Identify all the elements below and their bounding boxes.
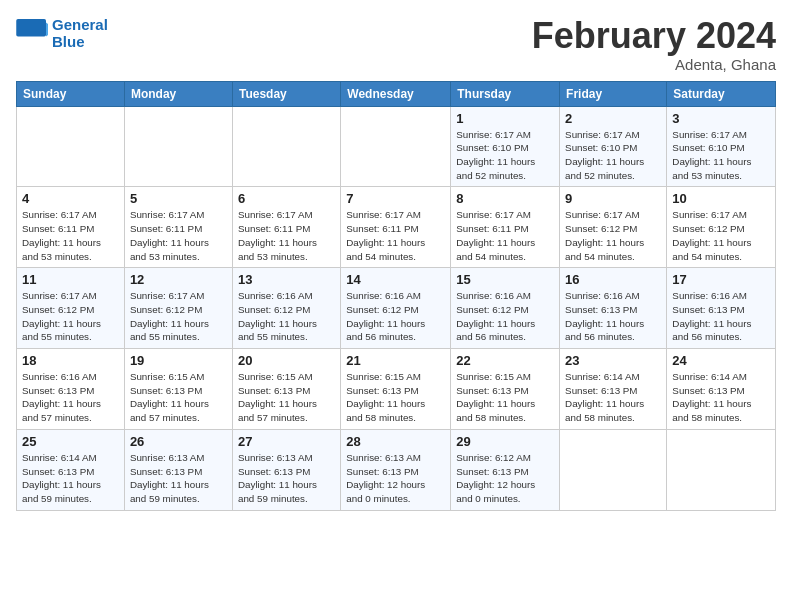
day-number: 21 bbox=[346, 353, 445, 368]
day-info: Sunrise: 6:16 AM Sunset: 6:13 PM Dayligh… bbox=[565, 289, 661, 344]
day-info: Sunrise: 6:14 AM Sunset: 6:13 PM Dayligh… bbox=[22, 451, 119, 506]
calendar-cell: 17Sunrise: 6:16 AM Sunset: 6:13 PM Dayli… bbox=[667, 268, 776, 349]
day-header-tuesday: Tuesday bbox=[232, 81, 340, 106]
calendar-cell: 25Sunrise: 6:14 AM Sunset: 6:13 PM Dayli… bbox=[17, 429, 125, 510]
day-number: 29 bbox=[456, 434, 554, 449]
calendar-cell: 9Sunrise: 6:17 AM Sunset: 6:12 PM Daylig… bbox=[560, 187, 667, 268]
day-number: 23 bbox=[565, 353, 661, 368]
calendar-cell: 1Sunrise: 6:17 AM Sunset: 6:10 PM Daylig… bbox=[451, 106, 560, 187]
day-header-saturday: Saturday bbox=[667, 81, 776, 106]
day-info: Sunrise: 6:16 AM Sunset: 6:13 PM Dayligh… bbox=[22, 370, 119, 425]
day-info: Sunrise: 6:17 AM Sunset: 6:12 PM Dayligh… bbox=[565, 208, 661, 263]
day-info: Sunrise: 6:13 AM Sunset: 6:13 PM Dayligh… bbox=[130, 451, 227, 506]
day-number: 4 bbox=[22, 191, 119, 206]
day-number: 28 bbox=[346, 434, 445, 449]
calendar-cell bbox=[341, 106, 451, 187]
calendar-cell: 5Sunrise: 6:17 AM Sunset: 6:11 PM Daylig… bbox=[124, 187, 232, 268]
calendar-cell bbox=[560, 429, 667, 510]
day-number: 19 bbox=[130, 353, 227, 368]
calendar-cell: 3Sunrise: 6:17 AM Sunset: 6:10 PM Daylig… bbox=[667, 106, 776, 187]
month-title: February 2024 bbox=[532, 16, 776, 56]
day-number: 27 bbox=[238, 434, 335, 449]
calendar-cell: 16Sunrise: 6:16 AM Sunset: 6:13 PM Dayli… bbox=[560, 268, 667, 349]
calendar-cell: 4Sunrise: 6:17 AM Sunset: 6:11 PM Daylig… bbox=[17, 187, 125, 268]
calendar-cell: 22Sunrise: 6:15 AM Sunset: 6:13 PM Dayli… bbox=[451, 349, 560, 430]
day-info: Sunrise: 6:14 AM Sunset: 6:13 PM Dayligh… bbox=[672, 370, 770, 425]
day-info: Sunrise: 6:17 AM Sunset: 6:12 PM Dayligh… bbox=[130, 289, 227, 344]
day-info: Sunrise: 6:15 AM Sunset: 6:13 PM Dayligh… bbox=[238, 370, 335, 425]
header-row: SundayMondayTuesdayWednesdayThursdayFrid… bbox=[17, 81, 776, 106]
day-header-sunday: Sunday bbox=[17, 81, 125, 106]
day-header-wednesday: Wednesday bbox=[341, 81, 451, 106]
week-row-1: 1Sunrise: 6:17 AM Sunset: 6:10 PM Daylig… bbox=[17, 106, 776, 187]
day-info: Sunrise: 6:15 AM Sunset: 6:13 PM Dayligh… bbox=[130, 370, 227, 425]
calendar-cell bbox=[667, 429, 776, 510]
day-number: 1 bbox=[456, 111, 554, 126]
calendar-cell: 8Sunrise: 6:17 AM Sunset: 6:11 PM Daylig… bbox=[451, 187, 560, 268]
day-info: Sunrise: 6:14 AM Sunset: 6:13 PM Dayligh… bbox=[565, 370, 661, 425]
day-header-friday: Friday bbox=[560, 81, 667, 106]
calendar-cell: 2Sunrise: 6:17 AM Sunset: 6:10 PM Daylig… bbox=[560, 106, 667, 187]
day-info: Sunrise: 6:17 AM Sunset: 6:12 PM Dayligh… bbox=[22, 289, 119, 344]
week-row-5: 25Sunrise: 6:14 AM Sunset: 6:13 PM Dayli… bbox=[17, 429, 776, 510]
day-info: Sunrise: 6:15 AM Sunset: 6:13 PM Dayligh… bbox=[456, 370, 554, 425]
day-number: 10 bbox=[672, 191, 770, 206]
day-number: 20 bbox=[238, 353, 335, 368]
day-header-thursday: Thursday bbox=[451, 81, 560, 106]
day-number: 3 bbox=[672, 111, 770, 126]
day-info: Sunrise: 6:17 AM Sunset: 6:11 PM Dayligh… bbox=[238, 208, 335, 263]
day-info: Sunrise: 6:16 AM Sunset: 6:12 PM Dayligh… bbox=[456, 289, 554, 344]
day-header-monday: Monday bbox=[124, 81, 232, 106]
day-number: 25 bbox=[22, 434, 119, 449]
calendar-cell: 12Sunrise: 6:17 AM Sunset: 6:12 PM Dayli… bbox=[124, 268, 232, 349]
day-number: 14 bbox=[346, 272, 445, 287]
logo: General Blue bbox=[16, 16, 108, 50]
calendar-cell bbox=[17, 106, 125, 187]
day-number: 7 bbox=[346, 191, 445, 206]
calendar-cell bbox=[124, 106, 232, 187]
calendar-cell: 29Sunrise: 6:12 AM Sunset: 6:13 PM Dayli… bbox=[451, 429, 560, 510]
day-info: Sunrise: 6:17 AM Sunset: 6:10 PM Dayligh… bbox=[672, 128, 770, 183]
calendar-cell bbox=[232, 106, 340, 187]
svg-marker-1 bbox=[46, 23, 48, 37]
calendar-cell: 13Sunrise: 6:16 AM Sunset: 6:12 PM Dayli… bbox=[232, 268, 340, 349]
calendar-cell: 18Sunrise: 6:16 AM Sunset: 6:13 PM Dayli… bbox=[17, 349, 125, 430]
calendar-table: SundayMondayTuesdayWednesdayThursdayFrid… bbox=[16, 81, 776, 511]
day-info: Sunrise: 6:12 AM Sunset: 6:13 PM Dayligh… bbox=[456, 451, 554, 506]
day-info: Sunrise: 6:17 AM Sunset: 6:11 PM Dayligh… bbox=[130, 208, 227, 263]
day-number: 13 bbox=[238, 272, 335, 287]
calendar-cell: 6Sunrise: 6:17 AM Sunset: 6:11 PM Daylig… bbox=[232, 187, 340, 268]
day-number: 11 bbox=[22, 272, 119, 287]
day-number: 9 bbox=[565, 191, 661, 206]
page-header: General Blue February 2024 Adenta, Ghana bbox=[16, 16, 776, 73]
day-number: 15 bbox=[456, 272, 554, 287]
week-row-3: 11Sunrise: 6:17 AM Sunset: 6:12 PM Dayli… bbox=[17, 268, 776, 349]
calendar-cell: 19Sunrise: 6:15 AM Sunset: 6:13 PM Dayli… bbox=[124, 349, 232, 430]
logo-icon bbox=[16, 19, 48, 47]
calendar-cell: 11Sunrise: 6:17 AM Sunset: 6:12 PM Dayli… bbox=[17, 268, 125, 349]
calendar-cell: 15Sunrise: 6:16 AM Sunset: 6:12 PM Dayli… bbox=[451, 268, 560, 349]
day-info: Sunrise: 6:15 AM Sunset: 6:13 PM Dayligh… bbox=[346, 370, 445, 425]
calendar-body: 1Sunrise: 6:17 AM Sunset: 6:10 PM Daylig… bbox=[17, 106, 776, 510]
day-info: Sunrise: 6:16 AM Sunset: 6:12 PM Dayligh… bbox=[238, 289, 335, 344]
calendar-cell: 26Sunrise: 6:13 AM Sunset: 6:13 PM Dayli… bbox=[124, 429, 232, 510]
title-block: February 2024 Adenta, Ghana bbox=[532, 16, 776, 73]
day-number: 8 bbox=[456, 191, 554, 206]
calendar-cell: 21Sunrise: 6:15 AM Sunset: 6:13 PM Dayli… bbox=[341, 349, 451, 430]
day-info: Sunrise: 6:17 AM Sunset: 6:11 PM Dayligh… bbox=[22, 208, 119, 263]
calendar-cell: 28Sunrise: 6:13 AM Sunset: 6:13 PM Dayli… bbox=[341, 429, 451, 510]
location: Adenta, Ghana bbox=[532, 56, 776, 73]
day-number: 17 bbox=[672, 272, 770, 287]
day-info: Sunrise: 6:17 AM Sunset: 6:12 PM Dayligh… bbox=[672, 208, 770, 263]
day-number: 2 bbox=[565, 111, 661, 126]
week-row-4: 18Sunrise: 6:16 AM Sunset: 6:13 PM Dayli… bbox=[17, 349, 776, 430]
day-info: Sunrise: 6:16 AM Sunset: 6:13 PM Dayligh… bbox=[672, 289, 770, 344]
day-number: 26 bbox=[130, 434, 227, 449]
calendar-cell: 7Sunrise: 6:17 AM Sunset: 6:11 PM Daylig… bbox=[341, 187, 451, 268]
calendar-cell: 10Sunrise: 6:17 AM Sunset: 6:12 PM Dayli… bbox=[667, 187, 776, 268]
calendar-header: SundayMondayTuesdayWednesdayThursdayFrid… bbox=[17, 81, 776, 106]
day-number: 22 bbox=[456, 353, 554, 368]
calendar-cell: 24Sunrise: 6:14 AM Sunset: 6:13 PM Dayli… bbox=[667, 349, 776, 430]
calendar-cell: 20Sunrise: 6:15 AM Sunset: 6:13 PM Dayli… bbox=[232, 349, 340, 430]
logo-text: General Blue bbox=[52, 16, 108, 50]
